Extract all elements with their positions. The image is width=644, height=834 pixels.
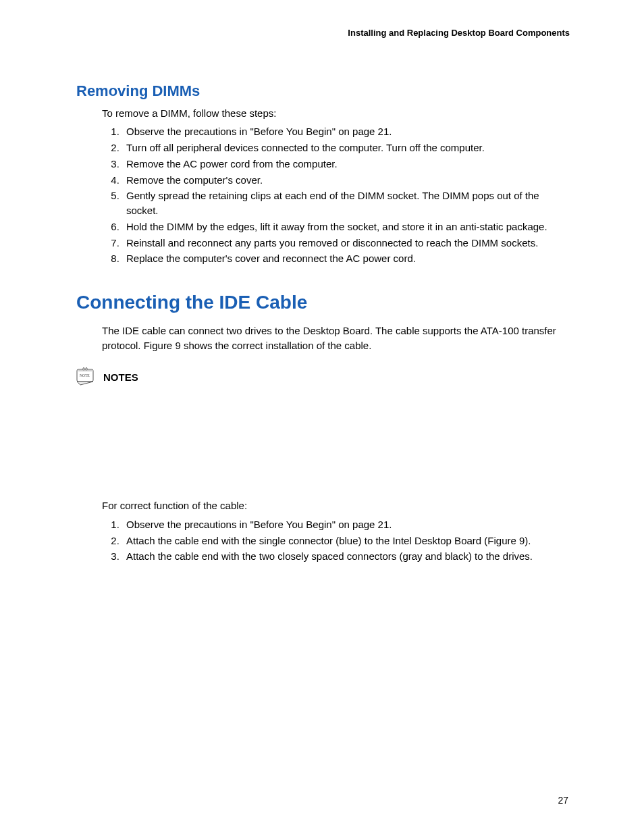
cable-function-steps: Observe the precautions in "Before You B… (102, 517, 570, 564)
list-item: Observe the precautions in "Before You B… (122, 124, 570, 139)
note-icon: NOTE (76, 367, 97, 390)
list-item: Reinstall and reconnect any parts you re… (122, 236, 570, 251)
list-item: Hold the DIMM by the edges, lift it away… (122, 219, 570, 234)
list-item: Attach the cable end with the single con… (122, 533, 570, 548)
removing-dimms-steps: Observe the precautions in "Before You B… (102, 124, 570, 266)
svg-point-2 (86, 368, 88, 370)
list-item: Replace the computer's cover and reconne… (122, 251, 570, 266)
list-item: Remove the AC power cord from the comput… (122, 157, 570, 172)
running-header: Installing and Replacing Desktop Board C… (76, 27, 570, 40)
removing-dimms-intro: To remove a DIMM, follow these steps: (102, 106, 570, 121)
list-item: Gently spread the retaining clips at eac… (122, 188, 570, 218)
list-item: Attach the cable end with the two closel… (122, 549, 570, 564)
svg-text:NOTE: NOTE (80, 373, 90, 377)
heading-removing-dimms: Removing DIMMs (76, 80, 570, 102)
list-item: Observe the precautions in "Before You B… (122, 517, 570, 532)
connecting-ide-intro: The IDE cable can connect two drives to … (102, 323, 570, 353)
cable-function-intro: For correct function of the cable: (102, 498, 570, 513)
page-number: 27 (558, 793, 568, 807)
svg-point-1 (83, 368, 85, 370)
list-item: Turn off all peripheral devices connecte… (122, 140, 570, 155)
list-item: Remove the computer's cover. (122, 173, 570, 188)
heading-connecting-ide: Connecting the IDE Cable (76, 289, 570, 317)
notes-label: NOTES (103, 367, 138, 385)
